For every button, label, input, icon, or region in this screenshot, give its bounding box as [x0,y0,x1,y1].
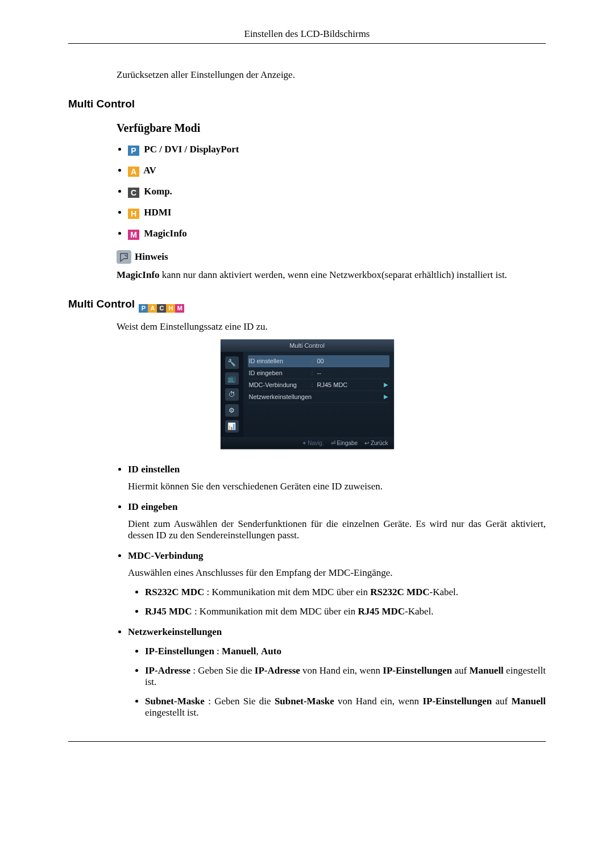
osd-value: -- [317,369,388,376]
def-body: Auswählen eines Anschlusses für den Empf… [128,567,546,579]
mode-icons-inline: PACHM [139,300,184,313]
chevron-right-icon: ▶ [384,381,388,388]
mode-item-pc: P PC / DVI / DisplayPort [128,144,546,156]
osd-value: 00 [317,358,388,364]
osd-row-id-einstellen: ID einstellen : 00 [248,355,389,367]
def-body: Dient zum Auswählen der Senderfunktionen… [128,518,546,541]
osd-colon: : [312,369,317,376]
section-title-text: Multi Control [68,298,135,310]
document-page: Einstellen des LCD-Bildschirms Zurückset… [0,0,614,776]
mode-item-magicinfo: M MagicInfo [128,228,546,240]
osd-colon: : [312,381,317,388]
inline-c-icon: C [157,304,166,313]
osd-side-icon-4: ⚙ [225,404,239,417]
mode-label: PC / DVI / DisplayPort [142,144,239,155]
subdef-ip-settings: IP-Einstellungen : Manuell, Auto [145,646,546,657]
section2-lead: Weist dem Einstellungssatz eine ID zu. [117,321,546,333]
subdef-subnet: Subnet-Maske : Geben Sie die Subnet-Mask… [145,696,546,719]
def-id-eingeben: ID eingeben Dient zum Auswählen der Send… [128,501,546,541]
mode-item-komp: C Komp. [128,186,546,198]
osd-label: ID eingeben [249,369,312,376]
def-netzwerk: Netzwerkeinstellungen IP-Einstellungen :… [128,626,546,719]
definitions-list: ID einstellen Hiermit können Sie den ver… [128,464,546,719]
def-id-einstellen: ID einstellen Hiermit können Sie den ver… [128,464,546,492]
intro-text: Zurücksetzen aller Einstellungen der Anz… [117,69,546,81]
def-title: ID eingeben [128,501,546,513]
mode-h-icon: H [128,209,139,219]
header-rule [68,43,546,44]
inline-h-icon: H [166,304,175,313]
page-header-title: Einstellen des LCD-Bildschirms [68,28,546,40]
osd-footer: ✦ Navig. ⏎ Eingabe ↩ Zurück [221,437,394,449]
osd-side-icon-2: 📺 [225,372,239,385]
osd-body: 🔧 📺 ⏱ ⚙ 📊 ID einstellen : 00 ID eingeben… [221,352,394,437]
osd-label: ID einstellen [249,358,312,364]
inline-a-icon: A [148,304,157,313]
osd-side-icon-3: ⏱ [225,388,239,401]
osd-sidebar: 🔧 📺 ⏱ ⚙ 📊 [221,352,243,437]
subdef-ip-address: IP-Adresse : Geben Sie die IP-Adresse vo… [145,665,546,688]
footer-rule [68,741,546,742]
osd-footer-nav: ✦ Navig. [302,440,324,446]
def-mdc-verbindung: MDC-Verbindung Auswählen eines Anschluss… [128,550,546,617]
def-body: Hiermit können Sie den verschiedenen Ger… [128,481,546,492]
mode-c-icon: C [128,188,139,198]
osd-title: Multi Control [221,339,394,352]
osd-row-id-eingeben: ID eingeben : -- [248,367,389,379]
subdef-rj45: RJ45 MDC : Kommunikation mit dem MDC übe… [145,606,546,617]
mode-label: AV [142,165,156,176]
osd-colon: : [312,358,317,364]
osd-screenshot: Multi Control 🔧 📺 ⏱ ⚙ 📊 ID einstellen : … [68,339,546,449]
mode-label: HDMI [142,207,171,218]
hint-row: Hinweis [117,250,546,264]
osd-label: Netzwerkeinstellungen [249,393,384,400]
hint-text: MagicInfo kann nur dann aktiviert werden… [117,269,546,281]
modes-list: P PC / DVI / DisplayPort A AV C Komp. H … [128,144,546,240]
osd-label: MDC-Verbindung [249,381,312,388]
section-multi-control-heading: Multi Control [68,98,546,110]
section-multi-control-2-heading: Multi Control PACHM [68,298,546,313]
chevron-right-icon: ▶ [384,393,388,400]
inline-p-icon: P [139,304,148,313]
def-title: Netzwerkeinstellungen [128,626,546,638]
mode-label: MagicInfo [142,228,187,239]
osd-value: RJ45 MDC [317,381,384,388]
hint-prefix: MagicInfo [117,269,160,280]
osd-side-icon-1: 🔧 [225,356,239,369]
osd-row-network: Netzwerkeinstellungen ▶ [248,391,389,403]
mode-item-av: A AV [128,165,546,177]
osd-panel: Multi Control 🔧 📺 ⏱ ⚙ 📊 ID einstellen : … [221,339,394,449]
mode-item-hdmi: H HDMI [128,207,546,219]
available-modes-heading: Verfügbare Modi [117,122,546,135]
hint-rest: kann nur dann aktiviert werden, wenn ein… [160,269,507,280]
mode-label: Komp. [142,186,172,197]
def-title: ID einstellen [128,464,546,475]
subdef-rs232c: RS232C MDC : Kommunikation mit dem MDC ü… [145,587,546,598]
osd-main: ID einstellen : 00 ID eingeben : -- MDC-… [243,352,394,437]
mode-p-icon: P [128,146,139,156]
subdefs-list: IP-Einstellungen : Manuell, Auto IP-Adre… [145,646,546,719]
note-icon [117,250,131,264]
def-title: MDC-Verbindung [128,550,546,562]
mode-m-icon: M [128,230,139,240]
mode-a-icon: A [128,167,139,177]
osd-footer-enter: ⏎ Eingabe [331,440,358,446]
hint-label: Hinweis [135,251,168,263]
osd-row-mdc: MDC-Verbindung : RJ45 MDC ▶ [248,379,389,391]
subdefs-list: RS232C MDC : Kommunikation mit dem MDC ü… [145,587,546,617]
inline-m-icon: M [175,304,184,313]
osd-side-icon-5: 📊 [225,420,239,433]
osd-footer-back: ↩ Zurück [364,440,388,446]
